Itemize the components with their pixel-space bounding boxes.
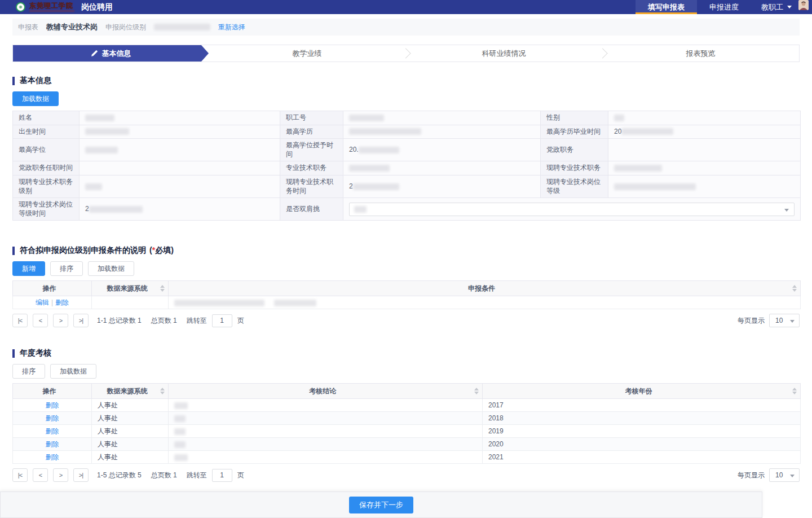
- edit-link[interactable]: 编辑: [36, 298, 49, 306]
- field-value-redacted: [614, 183, 696, 190]
- jump-page-input[interactable]: [212, 314, 232, 327]
- university-name: 东莞理工学院: [29, 2, 74, 9]
- sort-icon[interactable]: [792, 285, 797, 292]
- condition-cell: [169, 296, 801, 309]
- field-label: 性别: [541, 111, 608, 125]
- first-page-button[interactable]: |<: [12, 314, 28, 327]
- university-name-english-redacted: [29, 10, 74, 12]
- first-page-button[interactable]: |<: [12, 468, 28, 482]
- prev-page-button[interactable]: <: [33, 468, 48, 482]
- conclusion-redacted: [174, 428, 186, 435]
- delete-link[interactable]: 删除: [46, 401, 59, 409]
- last-page-button[interactable]: >|: [73, 468, 89, 482]
- save-and-next-button[interactable]: 保存并下一步: [349, 497, 413, 513]
- dual-role-select[interactable]: [349, 203, 795, 216]
- per-page-value: 10: [775, 317, 783, 324]
- person-icon: [798, 0, 809, 10]
- footer-bar: 保存并下一步: [0, 491, 762, 518]
- field-value: 2: [343, 175, 541, 197]
- field-label: 出生时间: [13, 125, 80, 139]
- conclusion-redacted: [174, 454, 188, 461]
- year-cell: 2017: [483, 399, 801, 412]
- field-label: 姓名: [13, 111, 80, 125]
- field-value: [343, 161, 541, 175]
- tab-teaching[interactable]: 教学业绩: [209, 45, 405, 62]
- section-title-basic-info: 基本信息: [12, 76, 800, 86]
- jump-label: 跳转至: [187, 471, 207, 480]
- conclusion-cell: [169, 399, 483, 412]
- sort-button[interactable]: 排序: [12, 364, 45, 379]
- field-label: 最高学位授予时间: [280, 139, 343, 161]
- per-page-select[interactable]: 10: [769, 468, 800, 482]
- field-value: 2: [80, 198, 280, 221]
- total-pages: 总页数 1: [151, 316, 177, 326]
- page-unit: 页: [237, 316, 244, 326]
- load-data-button[interactable]: 加载数据: [12, 91, 59, 106]
- field-value-redacted: [359, 147, 399, 153]
- field-label: 职工号: [280, 111, 343, 125]
- delete-link[interactable]: 删除: [46, 414, 59, 422]
- reselect-link[interactable]: 重新选择: [218, 23, 245, 32]
- tab-research[interactable]: 科研业绩情况: [405, 45, 602, 62]
- avatar[interactable]: [798, 0, 809, 10]
- add-button[interactable]: 新增: [12, 261, 45, 276]
- breadcrumb-item-post-type: 教辅专业技术岗: [46, 22, 98, 32]
- tab-report-preview-label: 报表预览: [686, 49, 716, 59]
- required-note-text: 必填): [155, 245, 174, 254]
- source-cell: 人事处: [92, 399, 169, 412]
- jump-page-input[interactable]: [212, 469, 232, 482]
- condition-text-redacted: [274, 300, 316, 306]
- year-cell: 2018: [483, 412, 801, 425]
- nav-tab-fill-form[interactable]: 填写申报表: [636, 0, 697, 14]
- conclusion-cell: [169, 425, 483, 438]
- field-value: [343, 111, 541, 125]
- next-page-button[interactable]: >: [53, 468, 68, 482]
- university-logo: 东莞理工学院: [16, 0, 74, 14]
- field-value-redacted: [349, 128, 421, 135]
- field-value-redacted: [614, 115, 624, 121]
- chevron-down-icon: [787, 6, 792, 8]
- source-cell: 人事处: [92, 438, 169, 451]
- delete-link[interactable]: 删除: [46, 427, 59, 435]
- conclusion-redacted: [174, 415, 186, 422]
- tab-report-preview[interactable]: 报表预览: [602, 45, 799, 62]
- field-label: 最高学位: [13, 139, 80, 161]
- delete-link[interactable]: 删除: [46, 440, 59, 448]
- field-value-redacted: [85, 147, 118, 153]
- tab-basic-info[interactable]: 基本信息: [13, 45, 209, 62]
- source-cell: [92, 296, 169, 309]
- field-label: 现聘专业技术职务: [541, 161, 608, 175]
- per-page-select[interactable]: 10: [769, 314, 800, 327]
- sort-icon[interactable]: [160, 388, 165, 394]
- field-value: [343, 198, 801, 221]
- chevron-down-icon: [790, 475, 795, 477]
- sort-icon[interactable]: [474, 388, 479, 394]
- load-data-button[interactable]: 加载数据: [88, 261, 134, 276]
- load-data-button[interactable]: 加载数据: [50, 364, 96, 379]
- tab-research-label: 科研业绩情况: [482, 49, 526, 59]
- column-header-conclusion: 考核结论: [169, 384, 483, 399]
- next-page-button[interactable]: >: [53, 314, 68, 327]
- table-row: 编辑|删除: [13, 296, 801, 309]
- user-menu[interactable]: 教职工: [751, 0, 798, 14]
- sort-icon[interactable]: [792, 388, 797, 394]
- field-label: 现聘专业技术职务级别: [13, 175, 80, 197]
- field-value: [608, 161, 801, 175]
- last-page-button[interactable]: >|: [73, 314, 89, 327]
- sort-icon[interactable]: [160, 285, 165, 292]
- delete-link[interactable]: 删除: [55, 298, 69, 306]
- nav-tab-progress[interactable]: 申报进度: [697, 0, 751, 14]
- table-row: 删除人事处2021: [13, 451, 801, 464]
- field-label: 现聘专业技术岗位等级时间: [13, 198, 80, 221]
- per-page-label: 每页显示: [738, 471, 765, 480]
- delete-link[interactable]: 删除: [46, 453, 59, 461]
- prev-page-button[interactable]: <: [33, 314, 48, 327]
- tab-basic-info-label: 基本信息: [102, 49, 131, 59]
- table-row: 删除人事处2018: [13, 412, 801, 425]
- field-label: 是否双肩挑: [280, 198, 343, 221]
- breadcrumb-item-form: 申报表: [18, 23, 38, 32]
- chevron-down-icon: [784, 209, 789, 212]
- annual-review-pagination: |< < > >| 1-5 总记录数 5 总页数 1 跳转至 页 每页显示 10: [12, 467, 800, 484]
- form-row: 党政职务任职时间专业技术职务现聘专业技术职务: [13, 161, 801, 175]
- sort-button[interactable]: 排序: [50, 261, 83, 276]
